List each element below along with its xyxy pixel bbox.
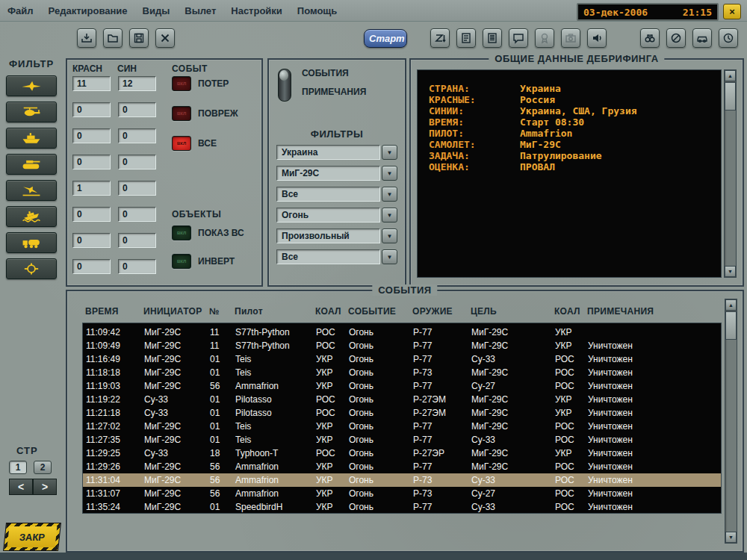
damage-toggle[interactable]: ВКЛ [172, 106, 191, 121]
filter-other-button[interactable] [6, 258, 57, 279]
scroll-track[interactable] [725, 311, 737, 532]
filter-dropdown: Украина ▼ [276, 145, 397, 160]
events-row[interactable]: 11:27:35 МиГ-29С 01 Teis УКР Огонь Р-77 … [83, 433, 721, 447]
events-row[interactable]: 11:19:22 Су-33 01 Pilotasso РОС Огонь Р-… [83, 393, 721, 406]
close-window-button[interactable]: × [723, 4, 741, 19]
sound-button[interactable] [587, 28, 607, 48]
blue-count-field: 0 [118, 155, 156, 169]
events-row[interactable]: 11:18:18 МиГ-29С 01 Teis УКР Огонь Р-73 … [83, 366, 721, 379]
cell-pilot: S77th-Python [232, 340, 313, 351]
scroll-down-button[interactable]: ▼ [725, 532, 737, 543]
cell-event: Огонь [346, 327, 410, 337]
filter-ground-vehicles-button[interactable] [6, 232, 57, 253]
cell-pilot: Typhoon-T [232, 448, 313, 458]
close-debrief-button[interactable]: ЗАКР [3, 523, 61, 551]
prev-page-button[interactable]: < [9, 479, 33, 495]
all-events-toggle[interactable]: ВКЛ [172, 136, 191, 151]
menu-item[interactable]: Редактирование [49, 5, 128, 16]
events-column-header: КОАЛ [312, 306, 345, 317]
events-row[interactable]: 11:31:07 МиГ-29С 56 Ammafrion УКР Огонь … [83, 487, 721, 500]
import-button[interactable] [77, 28, 96, 48]
awards-button[interactable] [535, 28, 554, 48]
next-page-button[interactable]: > [33, 479, 57, 495]
objects-section-title: ОБЪЕКТЫ [172, 209, 221, 220]
events-row[interactable]: 11:09:49 МиГ-29С 11 S77th-Python РОС Ого… [83, 339, 721, 352]
cell-target-coalition: РОС [552, 367, 585, 378]
cell-number: 56 [207, 461, 232, 472]
block-button[interactable] [666, 28, 686, 48]
scroll-track[interactable] [725, 81, 736, 266]
open-folder-button[interactable] [103, 28, 123, 48]
menu-item[interactable]: Настройки [231, 5, 282, 16]
page-button[interactable]: 2 [34, 461, 52, 474]
invert-toggle[interactable]: ВКЛ [172, 254, 191, 269]
save-button[interactable] [129, 28, 149, 48]
dropdown-value[interactable]: Все [276, 249, 380, 264]
menu-item[interactable]: Помощь [297, 5, 337, 16]
events-row[interactable]: 11:19:03 МиГ-29С 56 Ammafrion УКР Огонь … [83, 379, 721, 393]
events-row[interactable]: 11:29:25 Су-33 18 Typhoon-T РОС Огонь Р-… [83, 447, 721, 460]
events-row[interactable]: 11:09:42 МиГ-29С 11 S77th-Python РОС Ого… [83, 326, 721, 339]
messages-button[interactable] [509, 28, 528, 48]
scroll-up-button[interactable]: ▲ [725, 70, 736, 81]
time-button[interactable] [719, 28, 738, 48]
start-playback-button[interactable]: Старт [364, 29, 407, 48]
filter-vehicles-button[interactable] [6, 154, 57, 175]
cell-notes: Уничтожен [585, 461, 721, 472]
sort-button[interactable] [430, 28, 450, 48]
debrief-row: СИНИИ: Украина, США, Грузия [429, 105, 715, 116]
events-scrollbar[interactable]: ▲ ▼ [725, 299, 737, 544]
page-button[interactable]: 1 [9, 461, 27, 474]
dropdown-value[interactable]: Все [276, 187, 380, 202]
filter-helicopters-button[interactable] [6, 102, 57, 122]
scroll-up-button[interactable]: ▲ [725, 299, 737, 311]
cell-number: 01 [207, 394, 232, 405]
show-aircraft-toggle[interactable]: ВКЛ [172, 225, 191, 240]
scroll-thumb[interactable] [725, 311, 737, 340]
events-row[interactable]: 11:21:18 Су-33 01 Pilotasso РОС Огонь Р-… [83, 406, 721, 420]
menu-item[interactable]: Файл [7, 5, 34, 16]
dropdown-arrow-button[interactable]: ▼ [382, 249, 397, 264]
cell-number: 01 [207, 408, 232, 418]
filter-sunk-ships-button[interactable] [6, 206, 57, 227]
dropdown-value[interactable]: Огонь [276, 208, 380, 223]
filters-panel: СОБЫТИЯ ПРИМЕЧАНИЯ ФИЛЬТРЫ Украина ▼ МиГ… [267, 58, 406, 287]
notes-button[interactable] [456, 28, 476, 48]
cell-time: 11:31:07 [83, 488, 141, 499]
dropdown-value[interactable]: МиГ-29С [276, 166, 380, 181]
dropdown-value[interactable]: Произвольный [276, 228, 380, 243]
events-row[interactable]: 11:35:24 МиГ-29С 01 SpeedbirdH УКР Огонь… [83, 500, 721, 514]
menu-item[interactable]: Вылет [185, 5, 216, 16]
cell-time: 11:09:42 [83, 327, 141, 337]
events-row[interactable]: 11:16:49 МиГ-29С 01 Teis УКР Огонь Р-77 … [83, 352, 721, 366]
delete-button[interactable] [155, 28, 175, 48]
menu-item[interactable]: Виды [143, 5, 170, 16]
log-button[interactable] [483, 28, 502, 48]
cell-pilot: Pilotasso [232, 394, 313, 405]
events-row[interactable]: 11:31:04 МиГ-29С 56 Ammafrion УКР Огонь … [83, 473, 721, 487]
events-row[interactable]: 11:27:02 МиГ-29С 01 Teis УКР Огонь Р-77 … [83, 420, 721, 433]
vehicle-view-button[interactable] [692, 28, 712, 48]
debrief-scrollbar[interactable]: ▲ ▼ [724, 69, 737, 278]
scroll-thumb[interactable] [725, 82, 736, 111]
dropdown-arrow-button[interactable]: ▼ [382, 166, 397, 181]
filter-downed-aircraft-button[interactable] [6, 180, 57, 201]
camera-button[interactable] [561, 28, 580, 48]
dropdown-value[interactable]: Украина [276, 145, 380, 160]
dropdown-arrow-button[interactable]: ▼ [382, 228, 397, 243]
cell-target: Су-27 [468, 381, 552, 391]
red-count-field: 0 [72, 155, 111, 169]
filter-ships-button[interactable] [6, 128, 57, 149]
events-notes-switch[interactable] [278, 69, 291, 102]
events-row[interactable]: 11:29:26 МиГ-29С 56 Ammafrion УКР Огонь … [83, 460, 721, 473]
dropdown-arrow-button[interactable]: ▼ [382, 145, 397, 160]
cell-target: МиГ-29С [468, 394, 552, 405]
datetime-display: 03-дек-2006 21:15 [577, 3, 719, 21]
scroll-down-button[interactable]: ▼ [725, 266, 736, 277]
cell-weapon: Р-77 [410, 340, 468, 351]
search-button[interactable] [640, 28, 660, 48]
losses-toggle[interactable]: ВКЛ [172, 76, 191, 91]
dropdown-arrow-button[interactable]: ▼ [382, 187, 397, 202]
filter-airplanes-button[interactable] [6, 75, 57, 96]
dropdown-arrow-button[interactable]: ▼ [382, 208, 397, 223]
